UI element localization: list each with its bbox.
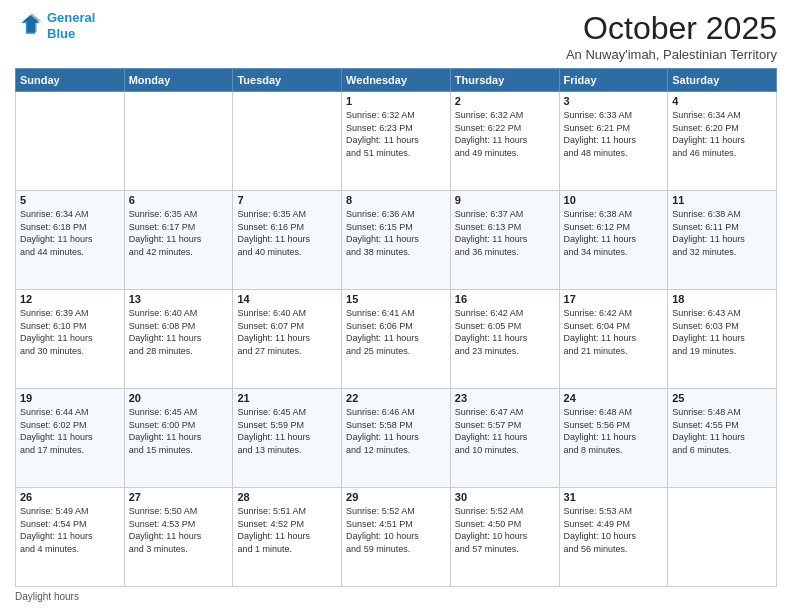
day-info: Sunrise: 6:36 AM Sunset: 6:15 PM Dayligh… <box>346 208 446 258</box>
day-info: Sunrise: 5:51 AM Sunset: 4:52 PM Dayligh… <box>237 505 337 555</box>
calendar-cell: 7Sunrise: 6:35 AM Sunset: 6:16 PM Daylig… <box>233 191 342 290</box>
day-number: 28 <box>237 491 337 503</box>
day-number: 3 <box>564 95 664 107</box>
day-info: Sunrise: 5:49 AM Sunset: 4:54 PM Dayligh… <box>20 505 120 555</box>
day-number: 5 <box>20 194 120 206</box>
calendar-cell <box>233 92 342 191</box>
day-info: Sunrise: 6:37 AM Sunset: 6:13 PM Dayligh… <box>455 208 555 258</box>
calendar-cell: 8Sunrise: 6:36 AM Sunset: 6:15 PM Daylig… <box>342 191 451 290</box>
day-info: Sunrise: 6:46 AM Sunset: 5:58 PM Dayligh… <box>346 406 446 456</box>
week-row-0: 1Sunrise: 6:32 AM Sunset: 6:23 PM Daylig… <box>16 92 777 191</box>
day-number: 26 <box>20 491 120 503</box>
day-info: Sunrise: 6:32 AM Sunset: 6:22 PM Dayligh… <box>455 109 555 159</box>
week-row-2: 12Sunrise: 6:39 AM Sunset: 6:10 PM Dayli… <box>16 290 777 389</box>
header: General Blue October 2025 An Nuway'imah,… <box>15 10 777 62</box>
day-info: Sunrise: 6:38 AM Sunset: 6:11 PM Dayligh… <box>672 208 772 258</box>
day-info: Sunrise: 6:38 AM Sunset: 6:12 PM Dayligh… <box>564 208 664 258</box>
calendar-cell: 14Sunrise: 6:40 AM Sunset: 6:07 PM Dayli… <box>233 290 342 389</box>
day-info: Sunrise: 6:35 AM Sunset: 6:16 PM Dayligh… <box>237 208 337 258</box>
day-number: 30 <box>455 491 555 503</box>
day-number: 13 <box>129 293 229 305</box>
day-number: 29 <box>346 491 446 503</box>
week-row-1: 5Sunrise: 6:34 AM Sunset: 6:18 PM Daylig… <box>16 191 777 290</box>
weekday-header-tuesday: Tuesday <box>233 69 342 92</box>
weekday-header-sunday: Sunday <box>16 69 125 92</box>
footer: Daylight hours <box>15 591 777 602</box>
calendar-cell: 29Sunrise: 5:52 AM Sunset: 4:51 PM Dayli… <box>342 488 451 587</box>
day-info: Sunrise: 6:34 AM Sunset: 6:18 PM Dayligh… <box>20 208 120 258</box>
day-info: Sunrise: 6:40 AM Sunset: 6:07 PM Dayligh… <box>237 307 337 357</box>
day-info: Sunrise: 6:43 AM Sunset: 6:03 PM Dayligh… <box>672 307 772 357</box>
calendar-table: SundayMondayTuesdayWednesdayThursdayFrid… <box>15 68 777 587</box>
weekday-header-wednesday: Wednesday <box>342 69 451 92</box>
calendar-cell: 19Sunrise: 6:44 AM Sunset: 6:02 PM Dayli… <box>16 389 125 488</box>
day-number: 22 <box>346 392 446 404</box>
day-number: 14 <box>237 293 337 305</box>
calendar-cell: 23Sunrise: 6:47 AM Sunset: 5:57 PM Dayli… <box>450 389 559 488</box>
calendar-cell: 11Sunrise: 6:38 AM Sunset: 6:11 PM Dayli… <box>668 191 777 290</box>
logo-text: General Blue <box>47 10 95 41</box>
day-number: 24 <box>564 392 664 404</box>
calendar-cell <box>124 92 233 191</box>
svg-marker-1 <box>23 13 42 32</box>
day-number: 7 <box>237 194 337 206</box>
calendar-cell <box>16 92 125 191</box>
calendar-cell: 9Sunrise: 6:37 AM Sunset: 6:13 PM Daylig… <box>450 191 559 290</box>
day-number: 2 <box>455 95 555 107</box>
day-info: Sunrise: 5:52 AM Sunset: 4:51 PM Dayligh… <box>346 505 446 555</box>
calendar-cell: 3Sunrise: 6:33 AM Sunset: 6:21 PM Daylig… <box>559 92 668 191</box>
day-number: 15 <box>346 293 446 305</box>
page: General Blue October 2025 An Nuway'imah,… <box>0 0 792 612</box>
day-number: 20 <box>129 392 229 404</box>
day-info: Sunrise: 5:53 AM Sunset: 4:49 PM Dayligh… <box>564 505 664 555</box>
day-number: 23 <box>455 392 555 404</box>
calendar-cell: 6Sunrise: 6:35 AM Sunset: 6:17 PM Daylig… <box>124 191 233 290</box>
day-number: 6 <box>129 194 229 206</box>
day-number: 16 <box>455 293 555 305</box>
day-number: 27 <box>129 491 229 503</box>
calendar-cell: 20Sunrise: 6:45 AM Sunset: 6:00 PM Dayli… <box>124 389 233 488</box>
day-number: 25 <box>672 392 772 404</box>
logo-line2: Blue <box>47 26 75 41</box>
day-info: Sunrise: 6:35 AM Sunset: 6:17 PM Dayligh… <box>129 208 229 258</box>
day-info: Sunrise: 6:41 AM Sunset: 6:06 PM Dayligh… <box>346 307 446 357</box>
day-number: 10 <box>564 194 664 206</box>
day-info: Sunrise: 6:32 AM Sunset: 6:23 PM Dayligh… <box>346 109 446 159</box>
calendar-cell: 21Sunrise: 6:45 AM Sunset: 5:59 PM Dayli… <box>233 389 342 488</box>
day-number: 4 <box>672 95 772 107</box>
day-info: Sunrise: 6:33 AM Sunset: 6:21 PM Dayligh… <box>564 109 664 159</box>
calendar-cell: 24Sunrise: 6:48 AM Sunset: 5:56 PM Dayli… <box>559 389 668 488</box>
week-row-3: 19Sunrise: 6:44 AM Sunset: 6:02 PM Dayli… <box>16 389 777 488</box>
day-info: Sunrise: 6:34 AM Sunset: 6:20 PM Dayligh… <box>672 109 772 159</box>
calendar-cell: 15Sunrise: 6:41 AM Sunset: 6:06 PM Dayli… <box>342 290 451 389</box>
calendar-cell: 27Sunrise: 5:50 AM Sunset: 4:53 PM Dayli… <box>124 488 233 587</box>
weekday-header-thursday: Thursday <box>450 69 559 92</box>
calendar-cell <box>668 488 777 587</box>
day-number: 1 <box>346 95 446 107</box>
title-area: October 2025 An Nuway'imah, Palestinian … <box>566 10 777 62</box>
day-number: 12 <box>20 293 120 305</box>
location: An Nuway'imah, Palestinian Territory <box>566 47 777 62</box>
day-info: Sunrise: 6:47 AM Sunset: 5:57 PM Dayligh… <box>455 406 555 456</box>
day-number: 11 <box>672 194 772 206</box>
logo-icon <box>15 12 43 40</box>
calendar-header: SundayMondayTuesdayWednesdayThursdayFrid… <box>16 69 777 92</box>
day-number: 9 <box>455 194 555 206</box>
day-info: Sunrise: 6:48 AM Sunset: 5:56 PM Dayligh… <box>564 406 664 456</box>
day-number: 17 <box>564 293 664 305</box>
day-number: 18 <box>672 293 772 305</box>
calendar-cell: 25Sunrise: 5:48 AM Sunset: 4:55 PM Dayli… <box>668 389 777 488</box>
day-info: Sunrise: 6:39 AM Sunset: 6:10 PM Dayligh… <box>20 307 120 357</box>
weekday-header-monday: Monday <box>124 69 233 92</box>
day-info: Sunrise: 6:45 AM Sunset: 5:59 PM Dayligh… <box>237 406 337 456</box>
weekday-header-friday: Friday <box>559 69 668 92</box>
calendar-cell: 16Sunrise: 6:42 AM Sunset: 6:05 PM Dayli… <box>450 290 559 389</box>
day-info: Sunrise: 6:42 AM Sunset: 6:05 PM Dayligh… <box>455 307 555 357</box>
day-info: Sunrise: 5:50 AM Sunset: 4:53 PM Dayligh… <box>129 505 229 555</box>
month-title: October 2025 <box>566 10 777 47</box>
calendar-cell: 2Sunrise: 6:32 AM Sunset: 6:22 PM Daylig… <box>450 92 559 191</box>
day-info: Sunrise: 6:44 AM Sunset: 6:02 PM Dayligh… <box>20 406 120 456</box>
weekday-header-saturday: Saturday <box>668 69 777 92</box>
calendar-cell: 28Sunrise: 5:51 AM Sunset: 4:52 PM Dayli… <box>233 488 342 587</box>
day-number: 19 <box>20 392 120 404</box>
